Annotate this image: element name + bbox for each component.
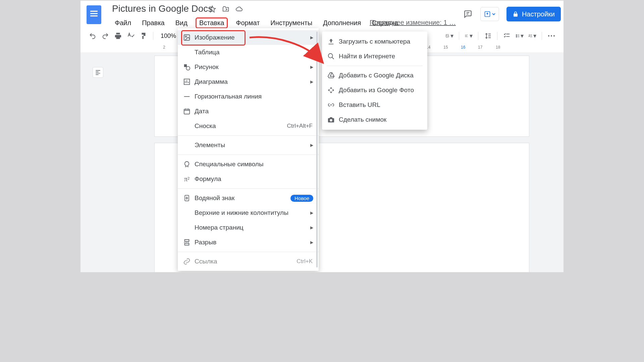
submenu-drive[interactable]: Добавить с Google Диска — [322, 68, 427, 83]
menu-item-label: Номера страниц — [195, 224, 244, 231]
chevron-right-icon: ▶ — [310, 240, 313, 245]
menu-item-label: Сноска — [195, 122, 216, 130]
document-title[interactable]: Pictures in Google Docs — [112, 3, 213, 14]
watermark-icon — [182, 194, 191, 202]
submenu-label: Добавить с Google Диска — [339, 72, 414, 79]
line-spacing-button[interactable] — [484, 32, 492, 40]
docs-app-icon[interactable] — [87, 5, 101, 24]
menu-item-headers-footers[interactable]: Верхние и нижние колонтитулы▶ — [178, 205, 319, 220]
insert-image-toolbar-button[interactable]: ▾ — [445, 32, 453, 40]
chevron-right-icon: ▶ — [310, 143, 313, 147]
paint-format-button[interactable] — [140, 32, 148, 40]
menu-item-elements[interactable]: Элементы▶ — [178, 138, 319, 153]
link-icon — [182, 257, 191, 266]
menu-item-label: Ссылка — [195, 258, 217, 265]
checklist-button[interactable] — [503, 32, 511, 40]
ruler-tick: 16 — [461, 45, 465, 50]
show-outline-button[interactable] — [93, 67, 103, 78]
undo-button[interactable] — [89, 32, 97, 40]
menu-item-special-chars[interactable]: Специальные символы — [178, 157, 319, 172]
chevron-right-icon: ▶ — [310, 35, 313, 40]
ruler-tick: 17 — [478, 45, 482, 50]
menu-item-break[interactable]: Разрыв▶ — [178, 235, 319, 250]
align-button[interactable]: ▾ — [465, 32, 473, 40]
photos-icon — [327, 86, 335, 95]
chart-icon — [182, 77, 191, 86]
spellcheck-button[interactable] — [127, 32, 135, 40]
menu-addons[interactable]: Дополнения — [320, 18, 364, 27]
svg-point-16 — [328, 54, 333, 58]
star-icon[interactable] — [209, 5, 216, 13]
present-button[interactable] — [480, 7, 499, 21]
svg-point-6 — [548, 35, 549, 37]
search-icon — [327, 52, 335, 61]
menu-item-hr[interactable]: Горизонтальная линия — [178, 89, 319, 104]
menu-item-label: Изображение — [195, 34, 235, 41]
submenu-label: Вставить URL — [339, 101, 380, 109]
menu-item-label: Горизонтальная линия — [195, 93, 262, 100]
horizontal-line-icon — [182, 92, 191, 101]
menu-item-label: Рисунок — [195, 63, 219, 71]
new-badge: Новое — [290, 195, 313, 202]
menu-format[interactable]: Формат — [233, 18, 262, 27]
menu-view[interactable]: Вид — [173, 18, 190, 27]
menu-edit[interactable]: Правка — [139, 18, 167, 27]
drive-icon — [327, 71, 335, 80]
insert-menu-dropdown: Изображение▶ Таблица▶ Рисунок▶ Диаграмма… — [178, 28, 319, 271]
menu-item-link[interactable]: Ссылка Ctrl+K — [178, 254, 319, 269]
menu-item-label: Разрыв — [195, 239, 216, 246]
last-edit-link[interactable]: Последнее изменение: 1 … — [370, 19, 456, 26]
svg-rect-14 — [184, 109, 190, 114]
submenu-label: Загрузить с компьютера — [339, 38, 410, 45]
menu-item-table[interactable]: Таблица▶ — [178, 45, 319, 60]
bulleted-list-button[interactable]: ▾ — [516, 32, 524, 40]
print-button[interactable] — [114, 32, 122, 40]
submenu-camera[interactable]: Сделать снимок — [322, 112, 427, 127]
svg-point-4 — [516, 36, 517, 36]
menu-item-label: Таблица — [195, 49, 220, 56]
share-button[interactable]: Настройки — [506, 7, 561, 21]
submenu-photos[interactable]: Добавить из Google Фото — [322, 83, 427, 98]
page-break-icon — [182, 238, 191, 247]
menu-item-drawing[interactable]: Рисунок▶ — [178, 60, 319, 74]
submenu-label: Добавить из Google Фото — [339, 86, 414, 94]
submenu-label: Найти в Интернете — [339, 53, 395, 60]
chevron-right-icon: ▶ — [310, 225, 313, 230]
svg-point-3 — [516, 35, 517, 35]
chevron-right-icon: ▶ — [310, 210, 313, 215]
menu-item-label: Специальные символы — [195, 161, 264, 168]
redo-button[interactable] — [101, 32, 109, 40]
menu-tools[interactable]: Инструменты — [268, 18, 315, 27]
more-button[interactable] — [547, 32, 555, 40]
menu-item-footnote[interactable]: Сноска Ctrl+Alt+F — [178, 119, 319, 133]
open-comments-button[interactable] — [463, 9, 473, 19]
menu-insert[interactable]: Вставка — [196, 17, 228, 28]
menu-item-equation[interactable]: π² Формула — [178, 172, 319, 186]
zoom-select[interactable]: 100% — [161, 33, 176, 40]
link-icon — [327, 101, 335, 109]
calendar-icon — [182, 107, 191, 116]
menu-item-watermark[interactable]: Водяной знак Новое — [178, 191, 319, 205]
chevron-right-icon: ▶ — [310, 50, 313, 55]
submenu-upload[interactable]: Загрузить с компьютера — [322, 34, 427, 49]
menu-item-label: Диаграмма — [195, 78, 228, 85]
menu-item-page-numbers[interactable]: Номера страниц▶ — [178, 220, 319, 235]
chevron-right-icon: ▶ — [310, 65, 313, 69]
menu-item-date[interactable]: Дата — [178, 104, 319, 119]
omega-icon — [182, 160, 191, 169]
move-icon[interactable] — [222, 5, 229, 13]
menu-item-chart[interactable]: Диаграмма▶ — [178, 74, 319, 89]
svg-rect-11 — [184, 64, 187, 67]
cloud-status-icon[interactable] — [235, 5, 243, 13]
svg-point-2 — [446, 35, 447, 36]
submenu-url[interactable]: Вставить URL — [322, 98, 427, 112]
svg-point-12 — [186, 66, 190, 70]
ruler-tick: 18 — [496, 45, 500, 50]
submenu-search-web[interactable]: Найти в Интернете — [322, 49, 427, 64]
pi-icon: π² — [182, 175, 191, 183]
menu-file[interactable]: Файл — [112, 18, 134, 27]
numbered-list-button[interactable]: ▾ — [528, 32, 536, 40]
menu-item-image[interactable]: Изображение▶ — [178, 30, 319, 45]
menu-item-label: Дата — [195, 108, 209, 115]
svg-point-8 — [553, 35, 555, 37]
